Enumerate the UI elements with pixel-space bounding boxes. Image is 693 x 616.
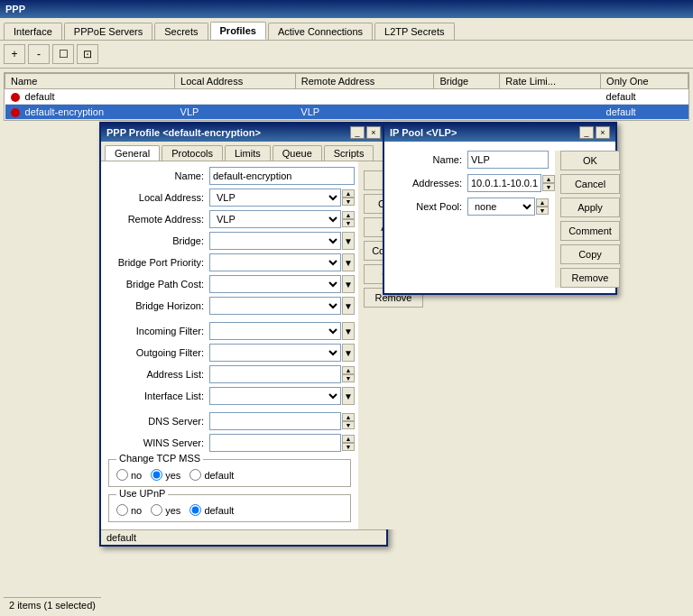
- upnp-yes-radio[interactable]: [151, 504, 162, 516]
- row-local-enc: VLP: [175, 105, 296, 120]
- local-address-down[interactable]: ▼: [342, 198, 355, 206]
- tcp-mss-yes-item: yes: [151, 469, 180, 481]
- edit-button[interactable]: ☐: [52, 44, 74, 64]
- upnp-no-radio[interactable]: [116, 504, 128, 516]
- tcp-mss-default-radio[interactable]: [189, 469, 201, 481]
- interface-list-select[interactable]: [209, 387, 341, 405]
- bridge-path-cost-dropdown[interactable]: ▼: [342, 275, 355, 293]
- ippool-next-pool-down[interactable]: ▼: [536, 207, 549, 215]
- ppp-tab-general[interactable]: General: [105, 145, 160, 161]
- upnp-default-radio[interactable]: [189, 504, 201, 516]
- remote-address-select[interactable]: VLP: [209, 210, 341, 228]
- local-address-up[interactable]: ▲: [342, 189, 355, 198]
- tab-secrets[interactable]: Secrets: [154, 23, 208, 40]
- wins-server-down[interactable]: ▼: [342, 443, 355, 451]
- col-name[interactable]: Name: [5, 74, 175, 89]
- filter-button[interactable]: ⊡: [77, 44, 98, 64]
- dns-server-down[interactable]: ▼: [342, 421, 355, 429]
- incoming-filter-dropdown[interactable]: ▼: [342, 322, 355, 340]
- bridge-select[interactable]: [209, 232, 341, 250]
- name-label: Name:: [105, 170, 204, 181]
- ppp-tab-scripts[interactable]: Scripts: [324, 145, 374, 161]
- ippool-next-pool-spin: ▲ ▼: [536, 198, 549, 215]
- col-local-address[interactable]: Local Address: [175, 74, 296, 89]
- col-only-one[interactable]: Only One: [601, 74, 688, 89]
- wins-server-input[interactable]: [209, 434, 341, 452]
- address-list-input[interactable]: [209, 365, 341, 383]
- local-address-label: Local Address:: [105, 192, 204, 203]
- profiles-table: Name Local Address Remote Address Bridge…: [5, 73, 688, 120]
- ippool-name-input[interactable]: [467, 151, 549, 169]
- ip-pool-title-buttons: _ ×: [579, 126, 610, 139]
- ippool-addresses-row: Addresses: ▲ ▼: [390, 174, 555, 192]
- dns-server-up[interactable]: ▲: [342, 413, 355, 421]
- col-remote-address[interactable]: Remote Address: [295, 74, 434, 89]
- col-rate-limit[interactable]: Rate Limi...: [500, 74, 601, 89]
- ip-pool-close-button[interactable]: ×: [596, 126, 610, 139]
- wins-server-spin: ▲ ▼: [342, 435, 355, 451]
- bridge-dropdown[interactable]: ▼: [342, 232, 355, 250]
- ippool-addresses-down[interactable]: ▼: [542, 183, 555, 191]
- add-button[interactable]: +: [4, 44, 25, 64]
- bridge-horizon-dropdown[interactable]: ▼: [342, 297, 355, 315]
- ip-pool-body: Name: Addresses: ▲ ▼ Next Pool:: [384, 142, 615, 293]
- add-icon: +: [11, 48, 17, 60]
- ippool-next-pool-row: Next Pool: none ▲ ▼: [390, 198, 555, 216]
- tab-l2tp-secrets[interactable]: L2TP Secrets: [374, 23, 454, 40]
- outgoing-filter-select[interactable]: [209, 344, 341, 362]
- row-remote-default: [295, 89, 434, 105]
- bridge-horizon-select[interactable]: [209, 297, 341, 315]
- table-row[interactable]: default default: [5, 89, 688, 105]
- bridge-port-priority-select[interactable]: [209, 253, 341, 271]
- name-input[interactable]: [209, 167, 355, 185]
- ip-pool-minimize-button[interactable]: _: [579, 126, 594, 139]
- wins-server-up[interactable]: ▲: [342, 435, 355, 443]
- ip-pool-dialog-title: IP Pool <VLP> _ ×: [384, 124, 615, 142]
- bridge-port-priority-dropdown[interactable]: ▼: [342, 253, 355, 271]
- ippool-addresses-input[interactable]: [467, 174, 541, 192]
- address-list-up[interactable]: ▲: [342, 366, 355, 374]
- row-bridge-enc: [434, 105, 500, 120]
- tab-profiles[interactable]: Profiles: [210, 22, 266, 40]
- ppp-tab-protocols[interactable]: Protocols: [162, 145, 223, 161]
- bridge-path-cost-select[interactable]: [209, 275, 341, 293]
- main-tab-bar: Interface PPPoE Servers Secrets Profiles…: [0, 18, 693, 41]
- local-address-select[interactable]: VLP: [209, 188, 341, 207]
- tab-pppoe-servers[interactable]: PPPoE Servers: [64, 23, 152, 40]
- ppp-profile-dialog-title: PPP Profile <default-encryption> _ ×: [101, 124, 386, 142]
- tab-interface[interactable]: Interface: [4, 23, 62, 40]
- ip-pool-buttons: OK Cancel Apply Comment Copy Remove: [555, 151, 620, 288]
- ppp-tab-limits[interactable]: Limits: [225, 145, 271, 161]
- ippool-ok-button[interactable]: OK: [560, 151, 620, 170]
- table-row[interactable]: default-encryption VLP VLP default: [5, 105, 688, 120]
- col-bridge[interactable]: Bridge: [434, 74, 500, 89]
- ippool-next-pool-select[interactable]: none: [467, 198, 535, 216]
- ippool-next-pool-up[interactable]: ▲: [536, 198, 549, 207]
- tcp-mss-yes-radio[interactable]: [151, 469, 162, 481]
- address-list-down[interactable]: ▼: [342, 374, 355, 382]
- ippool-apply-button[interactable]: Apply: [560, 198, 620, 217]
- ippool-addresses-up[interactable]: ▲: [542, 175, 555, 183]
- local-address-wrapper: VLP ▲ ▼: [209, 188, 355, 207]
- remote-address-down[interactable]: ▼: [342, 219, 355, 227]
- tcp-mss-default-label: default: [204, 470, 234, 481]
- remote-address-up[interactable]: ▲: [342, 211, 355, 219]
- ppp-profile-minimize-button[interactable]: _: [350, 126, 365, 139]
- dns-server-input[interactable]: [209, 412, 341, 430]
- ippool-copy-button[interactable]: Copy: [560, 244, 620, 264]
- address-list-spin: ▲ ▼: [342, 366, 355, 382]
- upnp-no-item: no: [116, 504, 142, 516]
- ppp-profile-close-button[interactable]: ×: [366, 126, 381, 139]
- ippool-comment-button[interactable]: Comment: [560, 221, 620, 241]
- ippool-remove-button[interactable]: Remove: [560, 268, 620, 288]
- tab-active-connections[interactable]: Active Connections: [268, 23, 373, 40]
- interface-list-dropdown[interactable]: ▼: [342, 387, 355, 405]
- ippool-cancel-button[interactable]: Cancel: [560, 174, 620, 194]
- outgoing-filter-dropdown[interactable]: ▼: [342, 344, 355, 362]
- incoming-filter-select[interactable]: [209, 322, 341, 340]
- ppp-tab-queue[interactable]: Queue: [273, 145, 322, 161]
- row-name-text-enc: default-encryption: [25, 106, 104, 117]
- remove-button[interactable]: -: [28, 44, 50, 64]
- upnp-no-label: no: [131, 505, 142, 516]
- tcp-mss-no-radio[interactable]: [116, 469, 128, 481]
